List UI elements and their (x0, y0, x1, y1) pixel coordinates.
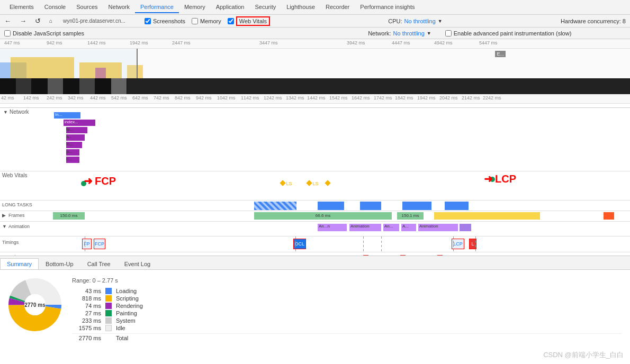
anim-bar-6 (460, 224, 471, 231)
screenshot-2 (16, 78, 32, 94)
ls-marker-1: LS (281, 181, 292, 186)
web-vitals-checkbox-label[interactable]: Web Vitals (228, 16, 270, 26)
long-tasks-section: LONG TASKS (0, 201, 630, 211)
tick-1642: 1642 ms (352, 95, 370, 101)
hw-concurrency: Hardware concurrency: 8 (561, 18, 626, 24)
tick-2042: 2042 ms (439, 95, 458, 101)
cpu-throttle-select[interactable]: No throttling (404, 18, 436, 24)
screenshots-strip (0, 78, 630, 94)
tab-lighthouse[interactable]: Lighthouse (281, 2, 320, 13)
painting-label: Painting (116, 310, 137, 316)
tab-application[interactable]: Application (211, 2, 250, 13)
tick-1542: 1542 ms (329, 95, 348, 101)
tick-1442: 1442 ms (87, 40, 106, 46)
memory-checkbox[interactable] (192, 18, 198, 24)
tick-447: 447 ms (4, 40, 20, 46)
idle-color (105, 325, 112, 331)
animation-expand-icon[interactable]: ▼ (2, 224, 7, 229)
tab-console[interactable]: Console (39, 2, 71, 13)
long-tasks-label: LONG TASKS (2, 202, 32, 207)
screenshots-checkbox-label[interactable]: Screenshots (145, 18, 185, 24)
fp-marker: FP (82, 239, 92, 249)
tick-542: 542 ms (111, 95, 127, 101)
forward-button[interactable]: → (20, 17, 26, 25)
long-task-bar-2 (318, 202, 344, 210)
back-button[interactable]: ← (4, 17, 11, 25)
tab-perf-insights[interactable]: Performance insights (355, 2, 420, 13)
tick-142: 142 ms (23, 95, 39, 101)
animation-label: Animation (8, 224, 30, 229)
summary-row-painting: 27 ms Painting (72, 310, 622, 316)
reload-button[interactable]: ↺ (35, 17, 41, 25)
tick-1942: 1942 ms (130, 40, 148, 46)
scripting-color (105, 295, 112, 302)
home-button[interactable]: ⌂ (49, 18, 52, 24)
tick-2242: 2242 ms (483, 95, 501, 101)
frames-expand-icon[interactable]: ▶ (2, 213, 6, 218)
net-bar-7: c... (66, 157, 79, 163)
summary-row-rendering: 74 ms Rendering (72, 303, 622, 309)
timeline-area: 447 ms 942 ms 1442 ms 1942 ms 2447 ms 34… (0, 39, 630, 108)
network-throttle-select[interactable]: No throttling (393, 30, 425, 37)
screenshot-1 (0, 78, 16, 94)
anim-bar-3: An... (383, 224, 399, 231)
scripting-ms: 818 ms (72, 295, 101, 302)
tab-security[interactable]: Security (249, 2, 281, 13)
tab-call-tree[interactable]: Call Tree (80, 258, 118, 269)
tab-network[interactable]: Network (103, 2, 135, 13)
network-collapse-icon[interactable]: ▼ (3, 110, 8, 115)
screenshot-5 (64, 78, 79, 94)
enable-paint-label[interactable]: Enable advanced paint instrumentation (s… (445, 30, 572, 37)
total-ms: 2770 ms (72, 335, 101, 341)
summary-panel: 2770 ms Range: 0 – 2.77 s 43 ms Loading … (0, 270, 630, 348)
network-dropdown-icon[interactable]: ▼ (427, 31, 431, 36)
tick-442: 442 ms (90, 95, 106, 101)
screenshots-checkbox[interactable] (145, 18, 151, 24)
tick-742: 742 ms (154, 95, 169, 101)
summary-row-scripting: 818 ms Scripting (72, 295, 622, 302)
network-label: ▼ Network (3, 109, 29, 115)
bottom-tabs: Summary Bottom-Up Call Tree Event Log (0, 256, 630, 270)
web-vitals-checkbox[interactable] (228, 18, 234, 24)
network-bars: In... index... fp... a... in... p... c..… (53, 108, 630, 171)
tick-1442: 1442 ms (307, 95, 326, 101)
tab-memory[interactable]: Memory (179, 2, 211, 13)
tab-sources[interactable]: Sources (71, 2, 103, 13)
rendering-color (105, 303, 112, 309)
exp-marker-3 (437, 255, 443, 256)
tick-1942: 1942 ms (417, 95, 436, 101)
anim-bar-2: Animation (349, 224, 381, 231)
tab-performance[interactable]: Performance (135, 2, 179, 13)
cpu-dropdown-icon[interactable]: ▼ (438, 19, 443, 24)
anim-bar-5: Animation (418, 224, 458, 231)
system-color (105, 317, 112, 324)
screenshot-8 (111, 78, 127, 94)
url-text: wyn01-pre.dataserver.cn... (63, 18, 125, 24)
fcp-label: FCP (95, 175, 116, 187)
tab-summary[interactable]: Summary (0, 258, 39, 269)
enable-paint-checkbox[interactable] (445, 30, 452, 37)
tab-event-log[interactable]: Event Log (118, 258, 158, 269)
disable-js-samples-label[interactable]: Disable JavaScript samples (4, 30, 84, 37)
fcp-annotation: ➜ FCP (84, 175, 116, 187)
tick-1842: 1842 ms (395, 95, 413, 101)
screenshot-7 (95, 78, 111, 94)
tick-1742: 1742 ms (374, 95, 392, 101)
tab-elements[interactable]: Elements (4, 2, 39, 13)
memory-checkbox-label[interactable]: Memory (192, 18, 221, 24)
loading-color (105, 288, 112, 294)
screenshot-4 (48, 78, 64, 94)
disable-js-samples-checkbox[interactable] (4, 30, 11, 37)
long-task-bar-4 (402, 202, 431, 210)
tick-4447: 4447 ms (392, 40, 410, 46)
net-bar-index: In... (54, 112, 80, 119)
ls-marker-3 (326, 181, 330, 186)
tab-recorder[interactable]: Recorder (320, 2, 355, 13)
bottom-ruler: 42 ms 142 ms 242 ms 342 ms 442 ms 542 ms… (0, 94, 630, 104)
tick-842: 842 ms (175, 95, 191, 101)
green-marker: E... (495, 51, 506, 57)
tab-bottom-up[interactable]: Bottom-Up (39, 258, 80, 269)
web-vitals-section: Web Vitals LS LS ➜ FCP ➜ LCP (0, 171, 630, 201)
summary-list: Range: 0 – 2.77 s 43 ms Loading 818 ms S… (72, 276, 622, 344)
tick-2447: 2447 ms (172, 40, 191, 46)
